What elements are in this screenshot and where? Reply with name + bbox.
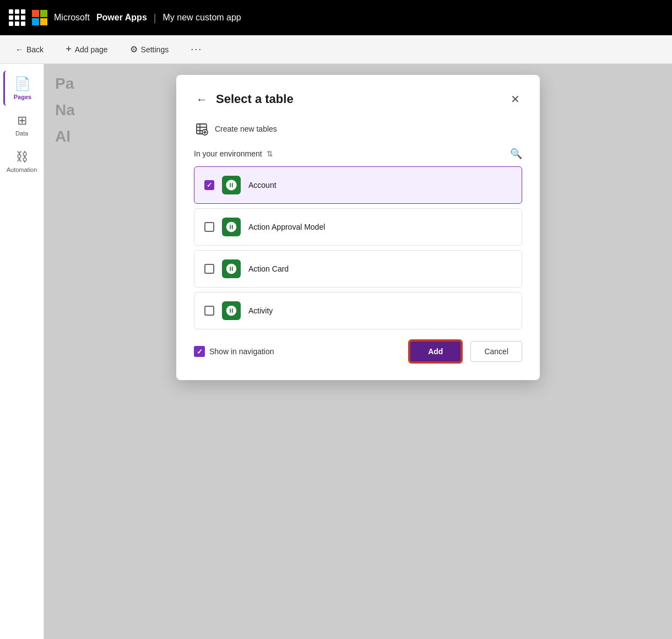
search-icon[interactable]: 🔍 <box>510 148 522 160</box>
add-page-button[interactable]: + Add page <box>61 41 112 57</box>
dialog-title-row: ← Select a table <box>194 91 294 108</box>
dialog-overlay: ← Select a table ✕ <box>44 64 672 639</box>
environment-section: In your environment ⇅ 🔍 <box>194 148 522 160</box>
waffle-menu[interactable] <box>9 9 25 26</box>
environment-label: In your environment <box>194 149 262 158</box>
show-navigation-checkbox[interactable] <box>194 346 205 357</box>
sort-icon[interactable]: ⇅ <box>267 149 273 158</box>
pages-icon: 📄 <box>14 76 31 91</box>
action-card-icon <box>222 259 241 278</box>
dialog-title: Select a table <box>216 92 294 106</box>
app-name: Power Apps <box>96 13 147 23</box>
microsoft-logo <box>32 10 47 25</box>
show-in-navigation[interactable]: Show in navigation <box>194 346 274 357</box>
dialog-footer: Show in navigation Add Cancel <box>194 340 522 362</box>
action-card-checkbox[interactable] <box>204 264 214 274</box>
activity-icon <box>222 301 241 320</box>
table-item-activity[interactable]: Activity <box>194 292 522 329</box>
plus-icon: + <box>66 44 72 55</box>
dialog-header: ← Select a table ✕ <box>194 90 522 108</box>
table-item-account[interactable]: Account <box>194 166 522 204</box>
account-checkbox[interactable] <box>204 180 214 190</box>
toolbar: ← Back + Add page ⚙ Settings ··· <box>0 35 672 64</box>
activity-name: Activity <box>248 306 273 315</box>
dialog-back-button[interactable]: ← <box>194 91 209 108</box>
account-icon <box>222 176 241 194</box>
action-approval-model-icon <box>222 218 241 236</box>
separator: | <box>154 12 156 24</box>
create-tables-label: Create new tables <box>215 124 277 133</box>
microsoft-label: Microsoft <box>54 13 90 23</box>
dialog-close-button[interactable]: ✕ <box>508 90 522 108</box>
action-approval-model-checkbox[interactable] <box>204 222 214 232</box>
create-new-tables-link[interactable]: Create new tables <box>194 121 522 137</box>
back-arrow-icon: ← <box>15 45 23 54</box>
add-button[interactable]: Add <box>409 340 462 362</box>
pages-label: Pages <box>14 94 31 100</box>
data-label: Data <box>15 130 28 137</box>
show-navigation-label: Show in navigation <box>209 347 274 356</box>
select-table-dialog: ← Select a table ✕ <box>176 75 540 380</box>
cancel-button[interactable]: Cancel <box>470 341 522 362</box>
automation-label: Automation <box>7 166 37 173</box>
settings-label: Settings <box>141 45 169 54</box>
gear-icon: ⚙ <box>130 44 138 55</box>
sidebar-item-pages[interactable]: 📄 Pages <box>3 71 41 106</box>
table-item-action-approval-model[interactable]: Action Approval Model <box>194 208 522 246</box>
add-page-label: Add page <box>75 45 108 54</box>
main-layout: 📄 Pages ⊞ Data ⛓ Automation Pa Na Al ← S… <box>0 64 672 639</box>
action-card-name: Action Card <box>248 264 289 273</box>
account-name: Account <box>248 181 277 189</box>
more-button[interactable]: ··· <box>186 41 207 57</box>
table-list: Account Action Approval Model <box>194 166 522 329</box>
automation-icon: ⛓ <box>16 150 28 164</box>
back-label: Back <box>26 45 44 54</box>
environment-left: In your environment ⇅ <box>194 149 273 158</box>
content-area: Pa Na Al ← Select a table ✕ <box>44 64 672 639</box>
settings-button[interactable]: ⚙ Settings <box>126 42 174 57</box>
create-tables-icon <box>194 121 209 137</box>
action-approval-model-name: Action Approval Model <box>248 223 325 231</box>
table-item-action-card[interactable]: Action Card <box>194 250 522 288</box>
topbar: Microsoft Power Apps | My new custom app <box>0 0 672 35</box>
data-icon: ⊞ <box>17 113 27 128</box>
back-button[interactable]: ← Back <box>11 43 48 56</box>
project-name: My new custom app <box>162 13 241 23</box>
more-icon: ··· <box>191 44 202 55</box>
sidebar-item-data[interactable]: ⊞ Data <box>3 108 41 142</box>
sidebar-item-automation[interactable]: ⛓ Automation <box>3 144 41 178</box>
activity-checkbox[interactable] <box>204 306 214 316</box>
sidebar: 📄 Pages ⊞ Data ⛓ Automation <box>0 64 44 639</box>
